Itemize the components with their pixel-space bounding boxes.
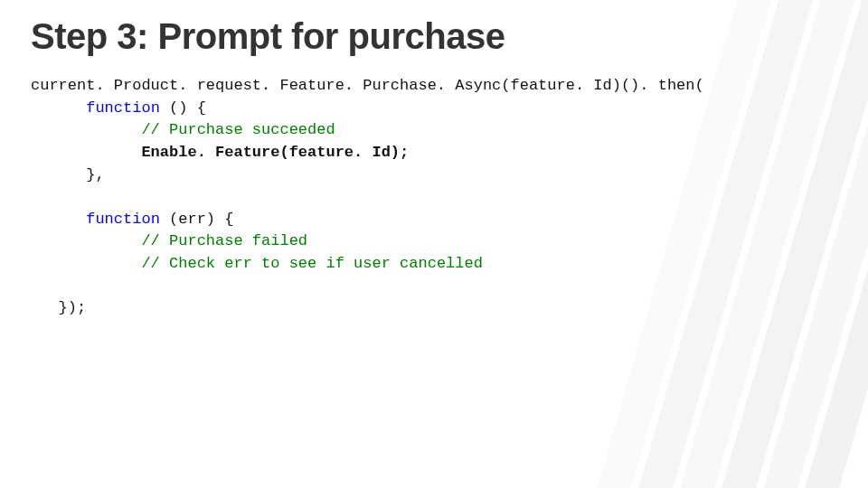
comment-success: // Purchase succeeded [141,121,335,138]
code-block: current. Product. request. Feature. Purc… [31,75,837,320]
code-line-1: current. Product. request. Feature. Purc… [31,77,704,94]
comment-failed: // Purchase failed [141,232,307,249]
err-param: err [178,211,206,228]
close-brace-end: }); [59,299,87,316]
slide-content: Step 3: Prompt for purchase current. Pro… [0,0,868,336]
keyword-function-1: function [86,99,160,117]
slide-title: Step 3: Prompt for purchase [31,16,837,57]
close-brace-1: }, [86,166,104,183]
keyword-function-2: function [86,211,160,228]
comment-check-err: // Check err to see if user cancelled [141,255,482,272]
enable-feature-call: Enable. Feature(feature. Id); [141,144,409,161]
